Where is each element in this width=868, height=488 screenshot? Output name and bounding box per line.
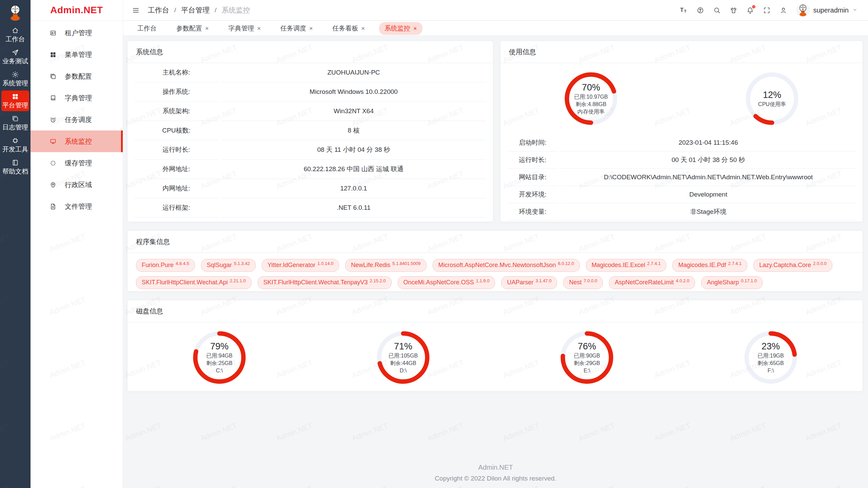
row-value: Microsoft Windows 10.0.22000 xyxy=(221,82,486,102)
disk-gauge-0: 79%已用:94GB剩余:25GBC:\ xyxy=(192,330,247,385)
sidebar-item-file[interactable]: 文件管理 xyxy=(31,196,123,217)
system-info-row: 主机名称:ZUOHUAIJUN-PC xyxy=(134,63,486,82)
disk-gauge-2-column: 76%已用:90GB剩余:29GBE:\ xyxy=(495,330,679,385)
row-label: 开发环境: xyxy=(507,186,558,203)
assembly-name: SKIT.FlurlHttpClient.Wechat.Api xyxy=(142,279,228,286)
brand-logo: Admin.NET xyxy=(31,0,123,21)
assembly-name: Magicodes.IE.Excel xyxy=(592,262,645,269)
menu-fold-icon[interactable] xyxy=(132,6,140,14)
theme-button[interactable] xyxy=(730,6,737,14)
row-label: 运行时长: xyxy=(134,140,218,160)
rail-item-label: 平台管理 xyxy=(2,102,28,109)
watermark-text: Admin.NET xyxy=(275,484,314,488)
gauge-percent: 70% xyxy=(582,82,600,93)
close-icon[interactable]: × xyxy=(361,25,365,32)
watermark-text: Admin.NET xyxy=(729,421,767,443)
file-icon xyxy=(50,203,57,210)
profile-button[interactable] xyxy=(780,6,787,14)
usage-gauge-1-text: 12%CPU使用率 xyxy=(744,71,800,126)
assembly-name: Furion.Pure xyxy=(142,262,174,269)
disk-gauge-3-text: 23%已用:19GB剩余:65GBF:\ xyxy=(743,330,798,385)
close-icon[interactable]: × xyxy=(205,25,209,32)
disk-info-card: 磁盘信息 79%已用:94GB剩余:25GBC:\71%已用:105GB剩余:4… xyxy=(127,300,863,391)
sidebar-item-label: 缓存管理 xyxy=(65,159,92,168)
system-info-table: 主机名称:ZUOHUAIJUN-PC操作系统:Microsoft Windows… xyxy=(127,63,493,218)
sidebar-item-menu[interactable]: 菜单管理 xyxy=(31,44,123,65)
breadcrumb-item-0[interactable]: 工作台 xyxy=(148,5,169,15)
card-title: 程序集信息 xyxy=(127,231,863,253)
watermark-text: Admin.NET xyxy=(426,421,465,443)
font-size-button[interactable]: TT xyxy=(680,6,688,14)
watermark-text: Admin.NET xyxy=(653,484,692,488)
rail-item-label: 工作台 xyxy=(6,36,25,43)
sidebar-item-params[interactable]: 参数配置 xyxy=(31,65,123,87)
tab-label: 任务看板 xyxy=(333,24,358,33)
assembly-version: 2.7.4.1 xyxy=(728,261,742,266)
tab-monitor[interactable]: 系统监控× xyxy=(379,22,422,35)
disk-gauge-3: 23%已用:19GB剩余:65GBF:\ xyxy=(743,330,798,385)
sidebar-item-cache[interactable]: 缓存管理 xyxy=(31,152,123,174)
assembly-tag: Magicodes.IE.Pdf2.7.4.1 xyxy=(672,259,747,272)
notification-button[interactable] xyxy=(746,6,754,14)
sidebar-item-region[interactable]: 行政区域 xyxy=(31,174,123,196)
rail-item-help-docs[interactable]: 帮助文档 xyxy=(1,157,29,177)
tenant-icon xyxy=(50,29,57,37)
sidebar-item-monitor[interactable]: 系统监控 xyxy=(31,130,123,152)
close-icon[interactable]: × xyxy=(309,25,313,32)
rail-item-system-mgmt[interactable]: 系统管理 xyxy=(1,68,29,89)
sidebar-item-schedule[interactable]: 任务调度 xyxy=(31,109,123,130)
close-icon[interactable]: × xyxy=(257,25,261,32)
rail-item-workbench[interactable]: 工作台 xyxy=(1,24,29,45)
watermark-text: Admin.NET xyxy=(426,484,465,488)
language-button[interactable] xyxy=(696,6,704,14)
rail-item-business-test[interactable]: 业务测试 xyxy=(1,46,29,67)
rail-item-platform-mgmt[interactable]: 平台管理 xyxy=(1,90,29,111)
assembly-version: 1.0.14.0 xyxy=(317,261,333,266)
sidebar-item-tenant[interactable]: 租户管理 xyxy=(31,22,123,44)
usage-info-row: 环境变量:非Stage环境 xyxy=(507,203,856,221)
rail-item-dev-tools[interactable]: 开发工具 xyxy=(1,135,29,155)
tab-params[interactable]: 参数配置× xyxy=(171,22,214,35)
sidebar-item-dict[interactable]: 字典管理 xyxy=(31,87,123,109)
gauge-line: 已用:19GB xyxy=(757,352,784,359)
breadcrumb-item-1[interactable]: 平台管理 xyxy=(181,5,210,15)
close-icon[interactable]: × xyxy=(413,25,417,32)
system-info-row: 运行框架:.NET 6.0.11 xyxy=(134,198,486,218)
assembly-tag: NewLife.Redis5.1.8401.5009 xyxy=(345,259,426,272)
search-button[interactable] xyxy=(713,6,721,14)
tab-taskboard[interactable]: 任务看板× xyxy=(327,22,371,35)
gauge-percent: 79% xyxy=(210,341,229,352)
dict-icon xyxy=(50,95,57,102)
fullscreen-button[interactable] xyxy=(763,6,771,14)
assembly-tag: AngleSharp0.17.1.0 xyxy=(701,276,763,289)
assembly-version: 5.1.3.42 xyxy=(234,261,250,266)
assembly-tag: UAParser3.1.47.0 xyxy=(501,276,557,289)
usage-gauge-1: 12%CPU使用率 xyxy=(744,71,800,126)
tab-schedule[interactable]: 任务调度× xyxy=(275,22,318,35)
assembly-tag: SqlSugar5.1.3.42 xyxy=(201,259,256,272)
assembly-tag: Lazy.Captcha.Core2.0.0.0 xyxy=(753,259,832,272)
assembly-version: 5.1.8401.5009 xyxy=(392,261,420,266)
row-label: CPU核数: xyxy=(134,121,218,140)
row-label: 主机名称: xyxy=(134,63,218,82)
watermark-text: Admin.NET xyxy=(653,421,692,443)
grid-icon xyxy=(12,93,19,100)
tab-dict[interactable]: 字典管理× xyxy=(223,22,267,35)
disk-gauge-1-column: 71%已用:105GB剩余:44GBD:\ xyxy=(311,330,495,385)
rail-item-log-mgmt[interactable]: 日志管理 xyxy=(1,113,29,133)
gauge-line: 已用:10.97GB xyxy=(574,94,608,100)
watermark-text: Admin.NET xyxy=(804,421,843,443)
assembly-version: 3.1.47.0 xyxy=(535,278,551,283)
usage-gauge-0-column: 70%已用:10.97GB剩余:4.88GB内存使用率 xyxy=(500,71,682,126)
rail-item-label: 系统管理 xyxy=(2,80,28,87)
tab-workbench[interactable]: 工作台 xyxy=(132,22,162,35)
sidebar: Admin.NET 租户管理菜单管理参数配置字典管理任务调度系统监控缓存管理行政… xyxy=(31,0,123,488)
usage-gauges: 70%已用:10.97GB剩余:4.88GB内存使用率12%CPU使用率 xyxy=(500,63,863,134)
gauge-line: E:\ xyxy=(584,367,590,374)
watermark-text: Admin.NET xyxy=(729,484,767,488)
notification-badge-dot xyxy=(752,5,755,8)
svg-text:T: T xyxy=(684,9,687,13)
user-menu[interactable]: superadmin xyxy=(796,3,858,17)
watermark-text: Admin.NET xyxy=(199,484,238,488)
watermark-text: Admin.NET xyxy=(577,421,616,443)
